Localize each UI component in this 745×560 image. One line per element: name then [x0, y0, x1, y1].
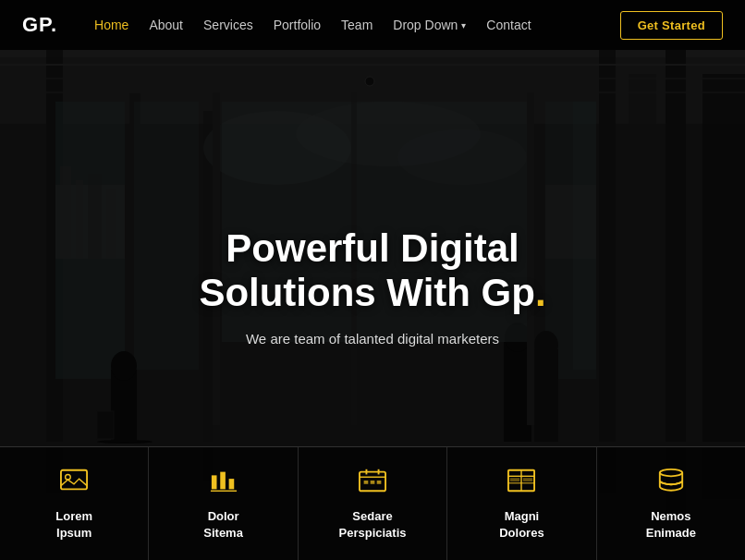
chevron-down-icon: ▾ — [461, 20, 466, 30]
feature-label-0: Lorem Ipsum — [55, 508, 92, 542]
hero-section: GP. Home About Services Portfolio Team D… — [0, 0, 745, 560]
svg-rect-54 — [377, 481, 382, 484]
brand-logo[interactable]: GP. — [22, 13, 57, 37]
nav-about[interactable]: About — [149, 18, 183, 32]
get-started-button[interactable]: Get Started — [620, 11, 723, 40]
feature-nemos-enimade[interactable]: Nemos Enimade — [597, 447, 745, 560]
svg-rect-45 — [220, 471, 226, 489]
svg-rect-42 — [61, 469, 87, 489]
nav-dropdown[interactable]: Drop Down ▾ — [393, 18, 466, 32]
svg-point-61 — [660, 469, 682, 476]
nav-team[interactable]: Team — [341, 18, 372, 32]
feature-label-1: Dolor Sitema — [203, 508, 243, 542]
database-icon — [657, 468, 685, 497]
svg-rect-60 — [523, 478, 532, 481]
feature-row: Lorem Ipsum Dolor Sitema — [0, 446, 745, 560]
feature-sedare-perspiciatis[interactable]: Sedare Perspiciatis — [299, 447, 447, 560]
feature-label-2: Sedare Perspiciatis — [339, 508, 407, 542]
feature-label-4: Nemos Enimade — [646, 508, 696, 542]
image-icon — [60, 468, 88, 497]
nav-links: Home About Services Portfolio Team Drop … — [94, 18, 620, 32]
svg-rect-44 — [211, 475, 216, 489]
calendar-icon — [359, 468, 386, 497]
svg-rect-46 — [228, 479, 234, 489]
nav-dropdown-label: Drop Down — [393, 18, 458, 32]
bar-chart-icon — [210, 468, 238, 497]
table-icon — [507, 468, 535, 497]
feature-dolor-sitema[interactable]: Dolor Sitema — [149, 447, 298, 560]
nav-home[interactable]: Home — [94, 18, 128, 32]
feature-label-3: Magni Dolores — [499, 508, 543, 542]
nav-portfolio[interactable]: Portfolio — [274, 18, 321, 32]
nav-services[interactable]: Services — [203, 18, 253, 32]
feature-lorem-ipsum[interactable]: Lorem Ipsum — [0, 447, 149, 560]
feature-magni-dolores[interactable]: Magni Dolores — [447, 447, 596, 560]
nav-contact[interactable]: Contact — [486, 18, 531, 32]
navbar: GP. Home About Services Portfolio Team D… — [0, 0, 745, 50]
svg-rect-59 — [510, 478, 519, 481]
hero-subtitle: We are team of talanted digital marketer… — [132, 330, 613, 346]
svg-rect-52 — [364, 481, 369, 484]
hero-content: Powerful Digital Solutions With Gp. We a… — [132, 226, 613, 347]
hero-title: Powerful Digital Solutions With Gp. — [132, 226, 613, 316]
svg-rect-53 — [371, 481, 375, 484]
